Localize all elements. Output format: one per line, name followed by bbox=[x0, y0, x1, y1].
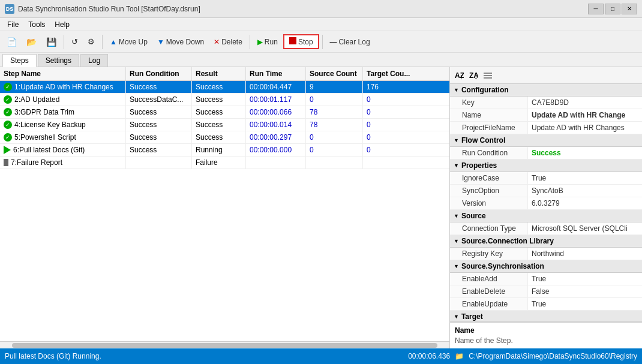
expand-icon: ▼ bbox=[454, 87, 459, 93]
clear-icon: — bbox=[330, 38, 337, 46]
tab-log[interactable]: Log bbox=[80, 54, 108, 67]
save-button[interactable]: 💾 bbox=[42, 35, 61, 49]
expand-icon: ▼ bbox=[454, 163, 459, 169]
prop-row: Version6.0.3279 bbox=[450, 197, 642, 210]
refresh-icon: ↺ bbox=[71, 37, 78, 46]
minimize-button[interactable]: ─ bbox=[588, 4, 604, 14]
group-name: Source.Connection Library bbox=[461, 237, 554, 245]
run-button[interactable]: ▶ Run bbox=[253, 35, 282, 49]
col-header-target: Target Cou... bbox=[363, 67, 449, 80]
prop-name: EnableUpdate bbox=[450, 298, 528, 310]
move-down-button[interactable]: ▼ Move Down bbox=[153, 35, 208, 49]
prop-value: True bbox=[528, 172, 642, 184]
name-panel-desc: Name of the Step. bbox=[455, 336, 637, 345]
prop-row: NameUpdate AD with HR Change bbox=[450, 109, 642, 122]
prop-group: ▼SourceConnection TypeMicrosoft SQL Serv… bbox=[450, 210, 642, 235]
prop-value: True bbox=[528, 273, 642, 285]
separator-4 bbox=[322, 35, 323, 49]
cell-result: Success bbox=[192, 119, 246, 131]
prop-group: ▼Source.SynchronisationEnableAddTrueEnab… bbox=[450, 260, 642, 311]
prop-value: CA7E8D9D bbox=[528, 97, 642, 109]
cell-run-condition: Success bbox=[126, 81, 192, 93]
menu-help[interactable]: Help bbox=[50, 19, 74, 30]
prop-group-header[interactable]: ▼Configuration bbox=[450, 84, 642, 97]
prop-group-header[interactable]: ▼Source.Synchronisation bbox=[450, 260, 642, 273]
refresh-button[interactable]: ↺ bbox=[67, 35, 82, 49]
cell-source-count: 9 bbox=[306, 81, 363, 93]
col-header-source: Source Count bbox=[306, 67, 363, 80]
cell-target-count: 0 bbox=[363, 94, 449, 106]
status-timer: 00:00:06.436 bbox=[408, 352, 450, 360]
prop-value: Update AD with HR Changes bbox=[528, 122, 642, 134]
failure-icon bbox=[4, 159, 8, 166]
table-row[interactable]: ✓2:AD Updated SuccessDataC... Success 00… bbox=[0, 94, 449, 106]
prop-row: EnableUpdateTrue bbox=[450, 298, 642, 311]
open-button[interactable]: 📂 bbox=[22, 35, 41, 49]
prop-value: True bbox=[528, 298, 642, 310]
open-icon: 📂 bbox=[26, 37, 37, 47]
cell-target-count bbox=[363, 157, 449, 169]
prop-row: EnableAddTrue bbox=[450, 273, 642, 285]
cell-step-name: ✓5:Powershell Script bbox=[0, 131, 126, 143]
table-body: ✓1:Update AD with HR Changes Success Suc… bbox=[0, 81, 449, 341]
cell-target-count: 0 bbox=[363, 106, 449, 118]
maximize-button[interactable]: □ bbox=[605, 4, 620, 14]
stop-button[interactable]: Stop bbox=[283, 34, 319, 49]
run-icon: ▶ bbox=[257, 38, 263, 46]
sort-az-button[interactable]: AZ ↑ bbox=[452, 69, 466, 82]
cell-result: Success bbox=[192, 94, 246, 106]
separator-2 bbox=[102, 35, 103, 49]
table-row[interactable]: 7:Failure Report Failure bbox=[0, 157, 449, 169]
table-row[interactable]: ✓5:Powershell Script Success Success 00:… bbox=[0, 131, 449, 144]
tab-settings[interactable]: Settings bbox=[38, 54, 79, 67]
sort-az-icon: AZ ↑ bbox=[454, 71, 464, 80]
prop-value: Update AD with HR Change bbox=[528, 109, 642, 121]
table-row[interactable]: ✓1:Update AD with HR Changes Success Suc… bbox=[0, 81, 449, 94]
svg-rect-4 bbox=[484, 73, 492, 74]
prop-value: Microsoft SQL Server (SQLCli bbox=[528, 222, 642, 234]
horizontal-scrollbar[interactable] bbox=[0, 341, 449, 348]
expand-icon: ▼ bbox=[454, 238, 459, 244]
new-button[interactable]: 📄 bbox=[2, 35, 21, 49]
group-name: Target bbox=[461, 312, 483, 321]
table-row[interactable]: 6:Pull latest Docs (Git) Success Running… bbox=[0, 144, 449, 157]
expand-icon: ▼ bbox=[454, 263, 459, 269]
move-up-button[interactable]: ▲ Move Up bbox=[106, 35, 152, 49]
stop-label: Stop bbox=[298, 38, 313, 46]
sort-za-button[interactable]: ZA ↓ bbox=[467, 69, 480, 82]
prop-value: False bbox=[528, 285, 642, 297]
cell-run-time: 00:00:00.000 bbox=[246, 144, 306, 156]
prop-group-header[interactable]: ▼Source.Connection Library bbox=[450, 235, 642, 248]
prop-group-header[interactable]: ▼Properties bbox=[450, 160, 642, 172]
cell-result: Success bbox=[192, 106, 246, 118]
expand-icon: ▼ bbox=[454, 213, 459, 219]
clear-log-button[interactable]: — Clear Log bbox=[326, 35, 374, 49]
gear-icon: ⚙ bbox=[88, 37, 95, 46]
expand-icon: ▼ bbox=[454, 314, 459, 320]
group-button[interactable] bbox=[481, 69, 494, 82]
cell-run-time: 00:00:00.066 bbox=[246, 106, 306, 118]
arrow-down-icon: ▼ bbox=[157, 38, 164, 46]
prop-group-header[interactable]: ▼Target bbox=[450, 311, 642, 321]
status-folder-icon: 📁 bbox=[455, 352, 464, 360]
prop-value: 6.0.3279 bbox=[528, 197, 642, 209]
menu-tools[interactable]: Tools bbox=[23, 19, 50, 30]
prop-row: EnableDeleteFalse bbox=[450, 285, 642, 298]
title-bar: DS Data Synchronisation Studio Run Tool … bbox=[0, 0, 642, 18]
menu-file[interactable]: File bbox=[2, 19, 23, 30]
prop-value: Success bbox=[528, 147, 642, 159]
cell-step-name: 6:Pull latest Docs (Git) bbox=[0, 144, 126, 156]
close-button[interactable]: ✕ bbox=[622, 4, 637, 14]
col-header-result: Result bbox=[192, 67, 246, 80]
settings-button[interactable]: ⚙ bbox=[83, 35, 99, 49]
prop-group-header[interactable]: ▼Flow Control bbox=[450, 134, 642, 147]
menu-bar: File Tools Help bbox=[0, 18, 642, 31]
delete-button[interactable]: ✕ Delete bbox=[209, 35, 247, 49]
table-row[interactable]: ✓3:GDPR Data Trim Success Success 00:00:… bbox=[0, 106, 449, 119]
cell-run-time: 00:00:04.447 bbox=[246, 81, 306, 93]
move-up-label: Move Up bbox=[119, 38, 148, 46]
prop-group-header[interactable]: ▼Source bbox=[450, 210, 642, 222]
tab-steps[interactable]: Steps bbox=[2, 54, 37, 67]
table-row[interactable]: ✓4:License Key Backup Success Success 00… bbox=[0, 119, 449, 131]
steps-panel: Step Name Run Condition Result Run Time … bbox=[0, 67, 450, 348]
